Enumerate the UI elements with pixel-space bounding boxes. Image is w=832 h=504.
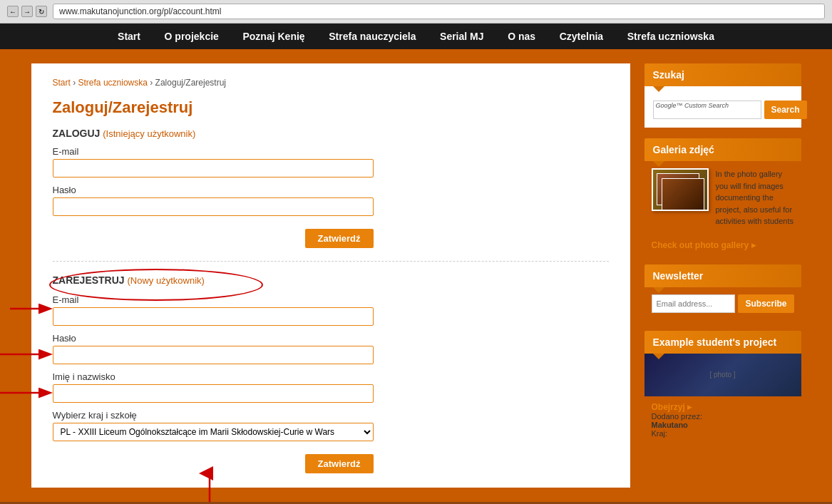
nav-strefa-nauczyciela[interactable]: Strefa nauczyciela xyxy=(329,31,416,42)
arrow-email-annotation xyxy=(3,294,60,323)
breadcrumb-sep2: › xyxy=(150,78,155,88)
newsletter-email-input[interactable] xyxy=(652,294,736,313)
project-added-by-value: Makutano xyxy=(652,421,688,429)
login-submit-wrapper: Zatwierdź xyxy=(53,223,374,248)
nav-o-nas[interactable]: O nas xyxy=(508,31,535,42)
project-link[interactable]: Obejrzyj ▸ xyxy=(652,402,692,412)
sidebar-newsletter-header: Newsletter xyxy=(644,264,801,287)
register-section: ZAREJESTRUJ (Nowy użytkownik) xyxy=(53,274,609,473)
login-email-label: E-mail xyxy=(53,146,609,157)
sidebar-gallery-header: Galeria zdjęć xyxy=(644,138,801,161)
google-label: Google™ Custom Search xyxy=(656,102,729,109)
back-button[interactable]: ← xyxy=(7,6,19,17)
project-added-by-label: Dodano przez: xyxy=(652,412,703,421)
register-password-form-group: Hasło xyxy=(53,333,609,364)
subscribe-button[interactable]: Subscribe xyxy=(738,294,794,313)
nav-start[interactable]: Start xyxy=(118,31,140,42)
sidebar: Szukaj Google™ Custom Search Search Gale… xyxy=(644,63,801,488)
sidebar-gallery-section: Galeria zdjęć In the photo gallery you w… xyxy=(644,138,801,254)
page-title: Zaloguj/Zarejestruj xyxy=(53,98,609,117)
login-password-input[interactable] xyxy=(53,197,374,216)
arrow-name-annotation xyxy=(0,379,60,407)
gallery-description: In the photo gallery you will find image… xyxy=(716,168,794,227)
top-navigation: Start O projekcie Poznaj Kenię Strefa na… xyxy=(0,24,832,49)
gallery-image xyxy=(652,168,709,211)
browser-nav-buttons: ← → ↻ xyxy=(7,6,47,17)
nav-serial-mj[interactable]: Serial MJ xyxy=(440,31,483,42)
register-email-group: E-mail xyxy=(53,294,609,326)
nav-strefa-uczniowska[interactable]: Strefa uczniowska xyxy=(627,31,714,42)
project-country-label: Kraj: xyxy=(652,429,668,438)
login-email-group: E-mail xyxy=(53,146,609,178)
main-content: Start › Strefa uczniowska › Zaloguj/Zare… xyxy=(31,63,630,488)
content-wrapper: Start › Strefa uczniowska › Zaloguj/Zare… xyxy=(17,63,816,488)
register-name-group: Imię i nazwisko xyxy=(53,371,609,403)
register-email-input[interactable] xyxy=(53,307,374,326)
register-submit-button[interactable]: Zatwierdź xyxy=(305,454,374,473)
sidebar-project-section: Example student's project [ photo ] Obej… xyxy=(644,331,801,443)
register-school-group: Wybierz kraj i szkołę PL - XXIII Liceum … xyxy=(53,410,609,441)
register-header-sub: (Nowy użytkownik) xyxy=(128,275,205,286)
register-name-form-group: Imię i nazwisko xyxy=(53,371,609,403)
register-submit-wrapper: Zatwierdź xyxy=(53,448,374,473)
gallery-body: In the photo gallery you will find image… xyxy=(644,161,801,235)
breadcrumb-strefa[interactable]: Strefa uczniowska xyxy=(78,78,148,88)
login-email-input[interactable] xyxy=(53,159,374,178)
register-school-select[interactable]: PL - XXIII Liceum Ogólnokształcące im Ma… xyxy=(53,423,374,441)
browser-chrome: ← → ↻ www.makutanojunction.org/pl/accoun… xyxy=(0,0,832,24)
register-email-label: E-mail xyxy=(53,294,609,305)
search-button[interactable]: Search xyxy=(764,101,807,119)
newsletter-row: Subscribe xyxy=(644,287,801,320)
login-password-group: Hasło xyxy=(53,185,609,216)
nav-o-projekcie[interactable]: O projekcie xyxy=(165,31,219,42)
register-email-form-group: E-mail xyxy=(53,294,609,326)
register-header: ZAREJESTRUJ (Nowy użytkownik) xyxy=(53,274,609,286)
login-header-main: ZALOGUJ xyxy=(53,128,101,139)
register-school-label: Wybierz kraj i szkołę xyxy=(53,410,609,421)
breadcrumb-current: Zaloguj/Zarejestruj xyxy=(155,78,226,88)
register-password-input[interactable] xyxy=(53,346,374,364)
sidebar-search-header: Szukaj xyxy=(644,63,801,86)
login-password-label: Hasło xyxy=(53,185,609,195)
arrow-submit-annotation xyxy=(195,466,224,502)
sidebar-search-section: Szukaj Google™ Custom Search Search xyxy=(644,63,801,128)
login-header: ZALOGUJ (Istniejący użytkownik) xyxy=(53,128,609,139)
section-divider xyxy=(53,261,609,262)
login-submit-button[interactable]: Zatwierdź xyxy=(305,229,374,248)
register-name-input[interactable] xyxy=(53,384,374,403)
address-bar[interactable]: www.makutanojunction.org/pl/account.html xyxy=(53,4,825,19)
refresh-button[interactable]: ↻ xyxy=(36,6,47,17)
breadcrumb: Start › Strefa uczniowska › Zaloguj/Zare… xyxy=(53,78,609,88)
breadcrumb-sep1: › xyxy=(73,78,78,88)
nav-poznaj-kenie[interactable]: Poznaj Kenię xyxy=(242,31,304,42)
gallery-link[interactable]: Check out photo gallery ▸ xyxy=(644,235,801,254)
sidebar-search-body: Google™ Custom Search Search xyxy=(644,86,801,128)
login-header-sub: (Istniejący użytkownik) xyxy=(103,128,195,139)
project-image: [ photo ] xyxy=(644,354,801,396)
arrow-password-annotation xyxy=(0,340,60,369)
register-password-group: Hasło xyxy=(53,333,609,364)
forward-button[interactable]: → xyxy=(21,6,33,17)
breadcrumb-start[interactable]: Start xyxy=(53,78,71,88)
register-password-label: Hasło xyxy=(53,333,609,344)
search-box: Google™ Custom Search Search xyxy=(653,101,793,119)
sidebar-newsletter-section: Newsletter Subscribe xyxy=(644,264,801,320)
project-details: Obejrzyj ▸ Dodano przez: Makutano Kraj: xyxy=(644,396,801,443)
register-name-label: Imię i nazwisko xyxy=(53,371,609,382)
sidebar-project-header: Example student's project xyxy=(644,331,801,354)
login-section: ZALOGUJ (Istniejący użytkownik) E-mail H… xyxy=(53,128,609,248)
project-image-placeholder: [ photo ] xyxy=(709,371,735,379)
page-wrapper: Start › Strefa uczniowska › Zaloguj/Zare… xyxy=(0,49,832,502)
search-input-wrapper: Google™ Custom Search xyxy=(653,101,761,119)
nav-czytelnia[interactable]: Czytelnia xyxy=(560,31,603,42)
register-header-main: ZAREJESTRUJ xyxy=(53,274,125,286)
